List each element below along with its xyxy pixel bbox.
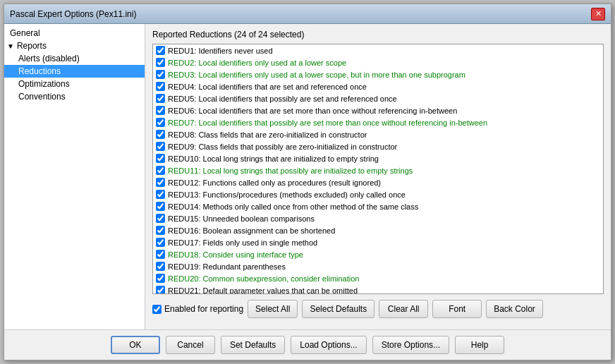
sidebar-item-reports[interactable]: ▼Reports	[4, 40, 145, 52]
list-item-text: REDU17: Fields only used in single metho…	[168, 238, 317, 247]
checkbox-r12[interactable]	[156, 178, 165, 187]
reductions-list[interactable]: REDU1: Identifiers never usedREDU2: Loca…	[152, 44, 604, 294]
list-item-text: REDU5: Local identifiers that possibly a…	[168, 95, 397, 103]
checkbox-r14[interactable]	[156, 202, 165, 211]
checkbox-r17[interactable]	[156, 238, 165, 247]
list-item[interactable]: REDU16: Boolean assignment can be shorte…	[153, 224, 603, 236]
sidebar-item-reductions[interactable]: Reductions	[4, 65, 145, 78]
list-item-text: REDU10: Local long strings that are init…	[168, 154, 379, 163]
back-color-button[interactable]: Back Color	[486, 300, 543, 318]
checkbox-r3[interactable]	[156, 70, 165, 79]
checkbox-r18[interactable]	[156, 250, 165, 259]
list-item-text: REDU16: Boolean assignment can be shorte…	[168, 226, 335, 235]
enabled-label[interactable]: Enabled for reporting	[152, 304, 243, 314]
list-item-text: REDU9: Class fields that possibly are ze…	[168, 142, 397, 151]
checkbox-r11[interactable]	[156, 166, 165, 175]
list-item[interactable]: REDU6: Local identifiers that are set mo…	[153, 104, 603, 116]
list-item-text: REDU3: Local identifiers only used at a …	[168, 71, 465, 79]
list-item-text: REDU11: Local long strings that possibly…	[168, 166, 413, 175]
checkbox-r5[interactable]	[156, 94, 165, 103]
checkbox-r21[interactable]	[156, 286, 165, 294]
checkbox-r20[interactable]	[156, 274, 165, 283]
sidebar-item-alerts[interactable]: Alerts (disabled)	[4, 52, 145, 65]
list-item-text: REDU20: Common subexpression, consider e…	[168, 274, 359, 283]
list-item[interactable]: REDU12: Functions called only as procedu…	[153, 176, 603, 188]
list-item[interactable]: REDU10: Local long strings that are init…	[153, 152, 603, 164]
select-defaults-button[interactable]: Select Defaults	[302, 300, 375, 318]
list-item[interactable]: REDU9: Class fields that possibly are ze…	[153, 140, 603, 152]
checkbox-r1[interactable]	[156, 46, 165, 55]
checkbox-r13[interactable]	[156, 190, 165, 199]
list-item-text: REDU1: Identifiers never used	[168, 47, 273, 55]
checkbox-r6[interactable]	[156, 106, 165, 115]
set-defaults-button[interactable]: Set Defaults	[221, 336, 285, 354]
sidebar-item-label: Reports	[17, 41, 47, 51]
list-item[interactable]: REDU15: Unneeded boolean comparisons	[153, 212, 603, 224]
footer: OK Cancel Set Defaults Load Options... S…	[4, 329, 611, 360]
checkbox-r8[interactable]	[156, 130, 165, 139]
main-panel: Reported Reductions (24 of 24 selected) …	[145, 24, 611, 329]
list-item-text: REDU7: Local identifiers that possibly a…	[168, 119, 487, 127]
list-item[interactable]: REDU21: Default parameter values that ca…	[153, 284, 603, 294]
store-options-button[interactable]: Store Options...	[372, 336, 449, 354]
list-item[interactable]: REDU17: Fields only used in single metho…	[153, 236, 603, 248]
checkbox-r4[interactable]	[156, 82, 165, 91]
clear-all-button[interactable]: Clear All	[379, 300, 428, 318]
sidebar-item-general[interactable]: General	[4, 27, 145, 40]
checkbox-r9[interactable]	[156, 142, 165, 151]
font-button[interactable]: Font	[432, 300, 482, 318]
enabled-checkbox[interactable]	[152, 305, 162, 314]
list-item[interactable]: REDU3: Local identifiers only used at a …	[153, 68, 603, 80]
list-item[interactable]: REDU14: Methods only called once from ot…	[153, 200, 603, 212]
list-item[interactable]: REDU4: Local identifiers that are set an…	[153, 80, 603, 92]
checkbox-r10[interactable]	[156, 154, 165, 163]
ok-button[interactable]: OK	[111, 336, 160, 354]
list-item[interactable]: REDU18: Consider using interface type	[153, 248, 603, 260]
select-all-button[interactable]: Select All	[248, 300, 298, 318]
bottom-controls: Enabled for reporting Select All Select …	[152, 300, 604, 318]
tree-expand-icon: ▼	[7, 42, 14, 50]
load-options-button[interactable]: Load Options...	[291, 336, 366, 354]
title-bar: Pascal Expert Options (Pex11.ini) ✕	[4, 4, 611, 24]
checkbox-r7[interactable]	[156, 118, 165, 127]
sidebar-item-label: Alerts (disabled)	[18, 54, 80, 63]
checkbox-r15[interactable]	[156, 214, 165, 223]
window-title: Pascal Expert Options (Pex11.ini)	[10, 9, 136, 19]
list-item-text: REDU8: Class fields that are zero-initia…	[168, 131, 367, 139]
list-item[interactable]: REDU8: Class fields that are zero-initia…	[153, 128, 603, 140]
checkbox-r16[interactable]	[156, 226, 165, 235]
list-item[interactable]: REDU5: Local identifiers that possibly a…	[153, 92, 603, 104]
cancel-button[interactable]: Cancel	[166, 336, 215, 354]
list-item-text: REDU14: Methods only called once from ot…	[168, 202, 418, 211]
main-window: Pascal Expert Options (Pex11.ini) ✕ Gene…	[4, 4, 611, 360]
checkbox-r2[interactable]	[156, 58, 165, 67]
sidebar: General▼ReportsAlerts (disabled)Reductio…	[4, 24, 145, 329]
list-item-text: REDU13: Functions/procedures (methods ex…	[168, 190, 406, 199]
content-area: General▼ReportsAlerts (disabled)Reductio…	[4, 24, 611, 329]
list-item-text: REDU12: Functions called only as procedu…	[168, 178, 381, 187]
panel-title: Reported Reductions (24 of 24 selected)	[152, 30, 604, 40]
list-item[interactable]: REDU20: Common subexpression, consider e…	[153, 272, 603, 284]
list-item[interactable]: REDU11: Local long strings that possibly…	[153, 164, 603, 176]
sidebar-item-label: Optimizations	[18, 79, 70, 89]
list-item[interactable]: REDU13: Functions/procedures (methods ex…	[153, 188, 603, 200]
help-button[interactable]: Help	[455, 336, 504, 354]
list-item-text: REDU6: Local identifiers that are set mo…	[168, 107, 457, 115]
list-item-text: REDU2: Local identifiers only used at a …	[168, 59, 346, 67]
list-item[interactable]: REDU2: Local identifiers only used at a …	[153, 56, 603, 68]
list-item-text: REDU21: Default parameter values that ca…	[168, 286, 358, 295]
sidebar-item-optimizations[interactable]: Optimizations	[4, 78, 145, 90]
list-item[interactable]: REDU7: Local identifiers that possibly a…	[153, 116, 603, 128]
sidebar-item-label: Reductions	[18, 66, 61, 76]
list-item-text: REDU15: Unneeded boolean comparisons	[168, 214, 315, 223]
checkbox-r19[interactable]	[156, 262, 165, 271]
close-button[interactable]: ✕	[591, 8, 605, 20]
sidebar-item-label: General	[10, 28, 40, 38]
list-item-text: REDU19: Redundant parentheses	[168, 262, 286, 271]
list-item[interactable]: REDU19: Redundant parentheses	[153, 260, 603, 272]
sidebar-item-conventions[interactable]: Conventions	[4, 90, 145, 103]
list-item[interactable]: REDU1: Identifiers never used	[153, 44, 603, 56]
list-item-text: REDU4: Local identifiers that are set an…	[168, 83, 367, 91]
list-item-text: REDU18: Consider using interface type	[168, 250, 303, 259]
sidebar-item-label: Conventions	[18, 92, 66, 102]
